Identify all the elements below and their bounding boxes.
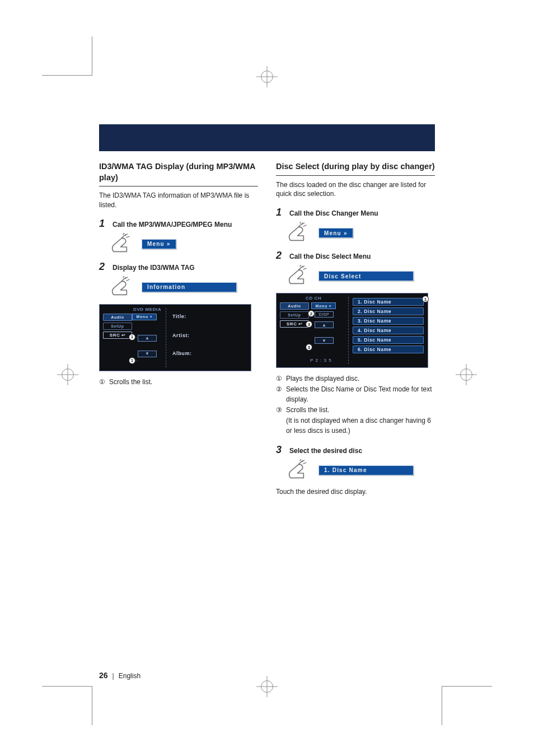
- finger-tap-icon: [110, 233, 134, 255]
- information-button[interactable]: Information: [142, 282, 237, 292]
- disc-item[interactable]: 6. Disc Name: [353, 346, 424, 353]
- menu-button[interactable]: Menu »: [318, 228, 353, 238]
- scroll-down-button[interactable]: ▼: [315, 337, 334, 344]
- disc-item[interactable]: 3. Disc Name: [353, 317, 424, 325]
- callout-3: 3: [306, 344, 312, 351]
- legend: ①Plays the displayed disc. ②Selects the …: [276, 374, 435, 436]
- page-number: 26: [99, 671, 108, 680]
- step-2: 2 Call the Disc Select Menu: [276, 250, 435, 262]
- intro-text: The discs loaded on the disc changer are…: [276, 180, 435, 199]
- finger-tap-icon: [287, 222, 311, 244]
- step-number: 1: [99, 218, 107, 230]
- step-number: 2: [99, 261, 107, 273]
- header-bar: [99, 124, 435, 151]
- screen-header: DVD MEDIA: [133, 307, 247, 312]
- left-column: ID3/WMA TAG Display (during MP3/WMA play…: [99, 161, 258, 505]
- menu-button[interactable]: Menu »: [142, 239, 176, 249]
- menu-back-button[interactable]: Menu «: [311, 302, 336, 309]
- footer-language: English: [119, 672, 140, 680]
- callout-1: 1: [422, 296, 429, 302]
- disc-item[interactable]: 2. Disc Name: [353, 307, 424, 315]
- registration-mark-icon: [256, 66, 278, 87]
- callout-3: 3: [306, 321, 312, 328]
- src-button[interactable]: SRC↩: [280, 320, 309, 328]
- artist-label: Artist:: [172, 333, 190, 338]
- audio-button[interactable]: Audio: [103, 314, 132, 321]
- legend-marker: ①: [99, 377, 109, 388]
- disp-button[interactable]: DISP: [315, 311, 334, 318]
- finger-tap-icon: [287, 265, 311, 287]
- registration-mark-icon: [456, 364, 477, 385]
- divider: [348, 297, 349, 364]
- note-text: Touch the desired disc display.: [276, 487, 435, 497]
- callout-lead: [135, 337, 138, 338]
- step-title: Call the MP3/WMA/JPEG/MPEG Menu: [113, 221, 232, 228]
- disc-list: 1. Disc Name 2. Disc Name 3. Disc Name 4…: [353, 298, 424, 353]
- step-1: 1 Call the MP3/WMA/JPEG/MPEG Menu: [99, 218, 258, 230]
- step-number: 2: [276, 250, 284, 262]
- step-3: 3 Select the desired disc: [276, 444, 435, 456]
- footer-divider: |: [113, 672, 114, 680]
- step-title: Select the desired disc: [289, 447, 362, 455]
- finger-tap-icon: [287, 459, 311, 482]
- legend-marker: ③: [276, 405, 286, 416]
- legend-text: Scrolls the list.: [109, 377, 152, 388]
- page-footer: 26 | English: [99, 671, 140, 680]
- divider: [166, 308, 166, 367]
- section-title: ID3/WMA TAG Display (during MP3/WMA play…: [99, 161, 258, 186]
- step-title: Call the Disc Select Menu: [289, 253, 371, 260]
- step-number: 1: [276, 207, 284, 218]
- legend-text: Plays the displayed disc.: [286, 374, 359, 384]
- title-label: Title:: [172, 314, 186, 319]
- setup-button[interactable]: SetUp: [280, 311, 309, 319]
- registration-mark-icon: [57, 364, 78, 385]
- src-button[interactable]: SRC↩: [103, 332, 132, 339]
- step-number: 3: [276, 444, 284, 456]
- crop-mark-bottom-left: [42, 686, 92, 725]
- finger-tap-icon: [110, 276, 134, 298]
- screenshot-cd-changer: CD CH Audio SetUp SRC↩ Menu « DISP ▲ ▼ 1…: [276, 293, 428, 368]
- callout-2: 2: [308, 310, 315, 317]
- section-title: Disc Select (during play by disc changer…: [276, 161, 435, 176]
- legend: ① Scrolls the list.: [99, 377, 258, 388]
- play-time: P 2 : 3 5: [310, 358, 332, 363]
- legend-text: Scrolls the list.: [286, 405, 329, 416]
- audio-button[interactable]: Audio: [280, 302, 309, 310]
- scroll-up-button[interactable]: ▲: [138, 335, 157, 342]
- album-label: Album:: [172, 351, 192, 356]
- crop-mark-bottom-right: [442, 686, 492, 725]
- legend-marker: ①: [276, 374, 286, 384]
- disc-name-button[interactable]: 1. Disc Name: [318, 465, 414, 475]
- legend-marker: ②: [276, 384, 286, 395]
- disc-select-button[interactable]: Disc Select: [318, 271, 414, 281]
- step-1: 1 Call the Disc Changer Menu: [276, 207, 435, 218]
- registration-mark-icon: [256, 676, 278, 697]
- callout-lead: [135, 361, 138, 361]
- crop-mark-top-left: [42, 36, 92, 76]
- menu-back-button[interactable]: Menu «: [132, 314, 157, 320]
- step-2: 2 Display the ID3/WMA TAG: [99, 261, 258, 273]
- legend-text: Selects the Disc Name or Disc Text mode …: [286, 384, 435, 405]
- disc-item[interactable]: 4. Disc Name: [353, 326, 424, 334]
- disc-item[interactable]: 5. Disc Name: [353, 336, 424, 344]
- right-column: Disc Select (during play by disc changer…: [276, 161, 435, 505]
- step-title: Call the Disc Changer Menu: [289, 209, 378, 217]
- disc-item[interactable]: 1. Disc Name: [353, 298, 424, 306]
- intro-text: The ID3/WMA TAG information of MP3/WMA f…: [99, 191, 258, 210]
- step-title: Display the ID3/WMA TAG: [113, 264, 195, 272]
- scroll-up-button[interactable]: ▲: [315, 321, 334, 328]
- screenshot-dvd-media: DVD MEDIA Audio SetUp SRC↩ Menu « ▲ ▼ Ti…: [99, 304, 251, 371]
- legend-text: (It is not displayed when a disc changer…: [286, 416, 435, 436]
- scroll-down-button[interactable]: ▼: [138, 351, 157, 357]
- setup-button[interactable]: SetUp: [103, 323, 132, 330]
